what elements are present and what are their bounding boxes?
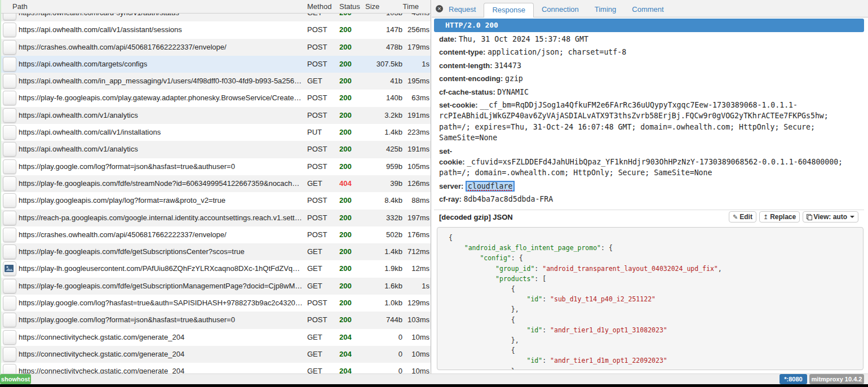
header-content-encoding: content-encoding: gzip [439,73,851,84]
flow-method: GET [307,329,336,346]
flow-row[interactable]: https://api.owhealth.com/call/v1/assista… [0,21,431,38]
flow-row[interactable]: https://api.owhealth.com/in_app_messagin… [0,73,431,90]
flow-row[interactable]: https://connectivitycheck.gstatic.com/ge… [0,346,431,363]
view-mode-button[interactable]: View: auto [803,211,858,223]
json-line: }, [449,304,863,314]
header-name[interactable]: content-encoding [439,74,501,83]
header-value[interactable]: application/json; charset=utf-8 [488,48,626,56]
flow-method: POST [307,39,336,56]
json-line: "android_ask_flo_intent_page_promo": { [449,243,863,253]
flow-time: 256ms [391,21,429,38]
flow-row[interactable]: https://connectivitycheck.gstatic.com/ge… [0,363,431,373]
bottom-black-strip [0,384,868,387]
header-value[interactable]: 314473 [494,61,521,70]
edit-button[interactable]: ✎Edit [729,211,756,223]
column-header-path[interactable]: Path [12,0,28,13]
flow-row[interactable]: https://api.owhealth.com/card-sync/v1/au… [0,14,431,21]
response-status-text: HTTP/2.0 200 [445,21,498,29]
column-header-method[interactable]: Method [307,0,331,13]
flow-row[interactable]: https://api.owhealth.com/call/v1/install… [0,124,431,141]
flow-path: https://connectivitycheck.gstatic.com/ge… [19,329,303,346]
flow-row[interactable]: https://connectivitycheck.gstatic.com/ge… [0,329,431,346]
header-name[interactable]: date [439,35,454,43]
header-name[interactable]: set- [439,147,452,155]
version-badge: mitmproxy 10.4.2 [809,374,864,384]
flow-rows: https://api.owhealth.com/card-sync/v1/au… [0,14,431,373]
flow-method: GET [307,14,336,21]
detail-tabs: RequestResponseConnectionTimingComment [441,0,672,17]
flow-path: https://play.googleapis.com/play/log?for… [19,192,303,209]
flow-path: https://api.owhealth.com/v1/analytics [19,141,303,158]
tab-timing[interactable]: Timing [587,3,625,17]
tab-comment[interactable]: Comment [624,3,671,17]
flow-time: 1s [391,56,429,73]
header-name[interactable]: set-cookie [439,101,475,109]
flow-row[interactable]: https://crashes.owhealth.com/api/4506817… [0,226,431,243]
flow-row[interactable]: https://reach-pa.googleapis.com/google.i… [0,210,431,226]
document-content-icon [3,23,16,37]
image-content-icon [3,261,16,276]
view-icon [807,214,812,220]
flow-path: https://play-fe.googleapis.com/fdfe/getS… [19,243,303,260]
flow-time: 712ms [391,243,429,260]
column-header-size[interactable]: Size [365,0,379,13]
flow-method: POST [307,210,336,226]
flow-path: https://api.owhealth.com/card-sync/v1/au… [19,14,303,21]
upload-icon: ↥ [763,212,768,222]
panel-divider[interactable] [431,0,431,373]
header-name[interactable]: cf-ray [439,195,459,203]
flow-row[interactable]: https://play-fe.googleapis.com/play.gate… [0,90,431,106]
tab-request[interactable]: Request [441,3,484,17]
tab-connection[interactable]: Connection [534,3,587,17]
document-content-icon [3,347,16,362]
flow-row[interactable]: https://play-lh.googleusercontent.com/PA… [0,260,431,277]
flow-row-selected[interactable]: https://api.owhealth.com/targets/configs… [0,56,431,73]
response-headers: date: Thu, 31 Oct 2024 15:37:48 GMTconte… [439,34,851,207]
flow-row[interactable]: https://play.google.com/log?format=json&… [0,312,431,328]
header-name[interactable]: content-type [439,48,483,56]
column-header-time[interactable]: Time [391,0,419,13]
flow-row[interactable]: https://play-fe.googleapis.com/fdfe/getS… [0,278,431,295]
flow-method: POST [307,158,336,175]
flow-path: https://play-fe.googleapis.com/fdfe/stre… [19,175,303,192]
header-name[interactable]: cookie [439,158,462,166]
headers-body-divider [434,210,864,210]
replace-button[interactable]: ↥Replace [759,211,800,223]
flow-time: 10ms [391,346,429,363]
flow-path: https://connectivitycheck.gstatic.com/ge… [19,363,303,373]
header-value[interactable]: Thu, 31 Oct 2024 15:37:48 GMT [459,35,588,43]
flow-list-panel: Path Method Status Size Time https://api… [0,0,431,373]
header-value[interactable]: cloudflare [466,181,515,192]
column-header-status[interactable]: Status [339,0,360,13]
header-separator: : [483,48,488,56]
flow-row[interactable]: https://play.google.com/log?format=json&… [0,158,431,175]
response-body-json[interactable]: { "android_ask_flo_intent_page_promo": {… [437,227,863,370]
header-name[interactable]: server [439,182,461,190]
flow-row[interactable]: https://crashes.owhealth.com/api/4506817… [0,39,431,56]
header-value[interactable]: 8db4ba7ac8d5dbda-FRA [463,195,553,203]
header-value[interactable]: _cfuvid=xsFZLDDEFd4JahUHibQpaz_YF1knHdjr… [439,158,843,177]
flow-row[interactable]: https://play-fe.googleapis.com/fdfe/stre… [0,175,431,192]
header-cf-ray: cf-ray: 8db4ba7ac8d5dbda-FRA [439,194,851,204]
response-status-bar[interactable]: HTTP/2.0 200 [434,19,864,32]
header-value[interactable]: __cf_bm=RqDDjJSog1a4QfkuFM2e6FArRc36uUQy… [439,101,829,142]
header-name[interactable]: cf-cache-status [439,88,493,96]
flow-path: https://crashes.owhealth.com/api/4506817… [19,226,303,243]
tab-response[interactable]: Response [484,3,534,17]
flow-row[interactable]: https://play.googleapis.com/play/log?for… [0,192,431,209]
flow-path: https://play-fe.googleapis.com/fdfe/getS… [19,278,303,295]
flow-path: https://connectivitycheck.gstatic.com/ge… [19,346,303,363]
flow-row[interactable]: https://play-fe.googleapis.com/fdfe/getS… [0,243,431,260]
json-line: "config": { [449,253,863,263]
flow-row[interactable]: https://api.owhealth.com/v1/analyticsPOS… [0,107,431,124]
flow-row[interactable]: https://play.google.com/log?hasfast=true… [0,295,431,312]
header-value[interactable]: DYNAMIC [497,88,529,96]
header-name[interactable]: content-length [439,61,490,70]
flow-time: 129ms [391,295,429,312]
header-value[interactable]: gzip [505,74,523,83]
json-line: { [449,315,863,325]
flow-method: GET [307,346,336,363]
flow-method: POST [307,90,336,106]
flow-method: POST [307,56,336,73]
flow-row[interactable]: https://api.owhealth.com/v1/analyticsPOS… [0,141,431,158]
